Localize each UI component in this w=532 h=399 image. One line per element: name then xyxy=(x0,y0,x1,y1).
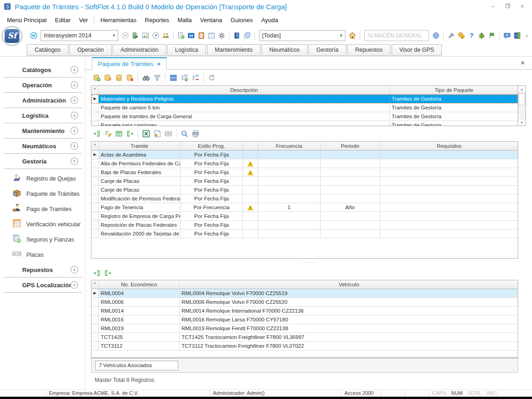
column-header[interactable]: Frecuencia xyxy=(258,142,320,150)
checklist-icon[interactable] xyxy=(196,30,206,41)
cell[interactable]: Paquete de camion 5 ton xyxy=(99,103,390,112)
pane-close-icon[interactable]: × xyxy=(521,59,525,66)
row-indicator[interactable] xyxy=(91,159,99,168)
cell[interactable]: RML0004 xyxy=(99,289,180,297)
table-row[interactable]: RML0016RML0016 Remolque Larsa F70000 CY9… xyxy=(91,315,518,324)
binoculars-icon[interactable] xyxy=(140,72,151,83)
cell[interactable] xyxy=(320,221,380,229)
sidebar-item-paquete-de-tr-mites[interactable]: Paquete de Trámites xyxy=(0,186,85,201)
cell[interactable]: RML0019 xyxy=(99,324,180,332)
row-indicator[interactable] xyxy=(91,186,99,194)
cell[interactable]: Por Fecha Fija xyxy=(181,221,243,229)
attach-detail-icon[interactable] xyxy=(91,128,102,139)
cell[interactable]: RML0019 Remolque Fendt F70000 CZ22138 xyxy=(180,324,518,332)
flag-icon[interactable] xyxy=(487,30,497,41)
grid-list-icon[interactable] xyxy=(168,72,179,83)
column-header[interactable] xyxy=(243,142,258,150)
cell[interactable]: Por Fecha Fija xyxy=(181,168,243,176)
print-icon[interactable] xyxy=(190,128,201,139)
row-indicator[interactable]: ▶ xyxy=(91,151,99,159)
cell[interactable] xyxy=(320,212,380,220)
cell[interactable] xyxy=(320,168,380,176)
tab-mantenimiento[interactable]: Mantenimiento xyxy=(207,44,260,56)
row-indicator[interactable] xyxy=(91,212,99,220)
cell[interactable] xyxy=(258,212,320,220)
sidebar-item-registro-de-quejas[interactable]: Registro de Quejas xyxy=(0,171,85,186)
row-indicator[interactable] xyxy=(91,307,99,315)
collapse-all-icon[interactable] xyxy=(190,72,201,83)
sidebar-section-gps-localizaci-n[interactable]: GPS Localización xyxy=(4,278,82,293)
cell[interactable]: Año xyxy=(320,203,380,212)
home-icon[interactable] xyxy=(347,30,357,41)
cell[interactable] xyxy=(380,230,518,238)
cell[interactable]: RML0014 Remolque International F70000 CZ… xyxy=(180,307,518,315)
row-indicator[interactable] xyxy=(91,315,99,324)
cell[interactable] xyxy=(380,168,518,176)
filter-icon[interactable] xyxy=(151,72,163,83)
column-header[interactable]: No. Económico xyxy=(99,280,180,289)
menu-item-men-principal[interactable]: Menú Principal xyxy=(3,15,51,25)
edit-record-icon[interactable] xyxy=(102,72,113,83)
cell[interactable] xyxy=(320,177,380,185)
scroll-down-icon[interactable]: ▼ xyxy=(518,119,526,126)
column-header[interactable]: Estilo Prog. xyxy=(181,142,243,150)
cell[interactable]: TCT3112 Tractocamion Freightliner F7800 … xyxy=(180,342,518,350)
table-row[interactable]: RML0014RML0014 Remolque International F7… xyxy=(91,307,518,315)
row-indicator[interactable] xyxy=(91,333,99,341)
cell[interactable]: Pago de Tenencia xyxy=(99,203,181,212)
cell[interactable]: Por Fecha Fija xyxy=(181,151,243,159)
table-row[interactable]: RML0019RML0019 Remolque Fendt F70000 CZ2… xyxy=(91,324,518,333)
cell[interactable] xyxy=(320,151,380,159)
cell[interactable] xyxy=(243,168,258,176)
add-doc-icon[interactable] xyxy=(176,30,186,41)
tab-neum-ticos[interactable]: Neumáticos xyxy=(261,44,308,56)
cell[interactable] xyxy=(320,159,380,168)
cell[interactable]: RML0016 xyxy=(99,315,180,324)
sidebar-section-cat-logos[interactable]: Catálogos xyxy=(4,62,82,78)
table-row[interactable]: Baja de Placas FederalesPor Fecha Fija xyxy=(91,168,518,177)
cell[interactable] xyxy=(243,194,258,203)
users-icon[interactable] xyxy=(161,30,171,41)
help-icon[interactable]: ? xyxy=(466,30,477,41)
cell[interactable]: Tramites de Gestoría xyxy=(390,95,518,103)
menu-item-reportes[interactable]: Reportes xyxy=(141,15,174,25)
cell[interactable]: RML0014 xyxy=(99,307,180,315)
table-row[interactable]: ▶Actas de AsambleaPor Fecha Fija xyxy=(91,151,518,159)
cell[interactable]: 1 xyxy=(258,203,320,212)
table-row[interactable]: RML0006RML0006 Remolque Volvo F70000 CZ2… xyxy=(91,298,518,307)
sidebar-item-pago-de-tramites[interactable]: Pago de Tramites xyxy=(0,201,85,217)
cell[interactable]: Modificación de Permisos Federales ... xyxy=(99,194,181,203)
minimize-button[interactable]: – xyxy=(488,2,498,11)
cell[interactable] xyxy=(380,151,518,159)
cell[interactable]: Materiales y Residuos Peligros xyxy=(99,95,390,103)
copy-window-icon[interactable] xyxy=(242,30,252,41)
cell[interactable]: Baja de Placas Federales xyxy=(99,168,181,176)
cell[interactable] xyxy=(258,221,320,229)
row-indicator[interactable] xyxy=(91,177,99,185)
table-row[interactable]: Paquete de tramites de Carga GeneralTram… xyxy=(91,112,518,121)
table-row[interactable]: Alta de Permisos Federales de Carg...Por… xyxy=(91,159,518,168)
exit-icon[interactable] xyxy=(512,30,522,41)
row-indicator[interactable] xyxy=(91,168,99,176)
attach-detail-icon[interactable] xyxy=(91,267,102,278)
cell[interactable]: TCT3112 xyxy=(99,342,180,350)
expand-all-icon[interactable] xyxy=(179,72,190,83)
menu-item-guiones[interactable]: Guiones xyxy=(226,15,257,25)
menu-item-editar[interactable]: Editar xyxy=(51,15,75,25)
row-indicator[interactable] xyxy=(91,342,99,350)
gauge-icon[interactable] xyxy=(151,30,161,41)
chat-icon[interactable] xyxy=(502,30,512,41)
cell[interactable]: Tramites de Gestoría xyxy=(390,103,518,112)
cell[interactable] xyxy=(258,168,320,176)
column-header[interactable]: * xyxy=(91,280,99,289)
sidebar-section-repuestos[interactable]: Repuestos xyxy=(4,262,82,278)
cell[interactable]: RML0006 xyxy=(99,298,180,306)
cell[interactable]: Por Frecuencia xyxy=(181,203,243,212)
counter-99-icon[interactable]: 99 xyxy=(186,30,196,41)
column-header[interactable]: * xyxy=(91,142,99,150)
cell[interactable]: Canje de Placas xyxy=(99,177,181,185)
note-icon[interactable] xyxy=(151,128,163,139)
column-header[interactable]: Requisitos xyxy=(380,142,518,150)
excel-icon[interactable] xyxy=(140,128,151,139)
globe-icon[interactable] xyxy=(431,30,441,41)
